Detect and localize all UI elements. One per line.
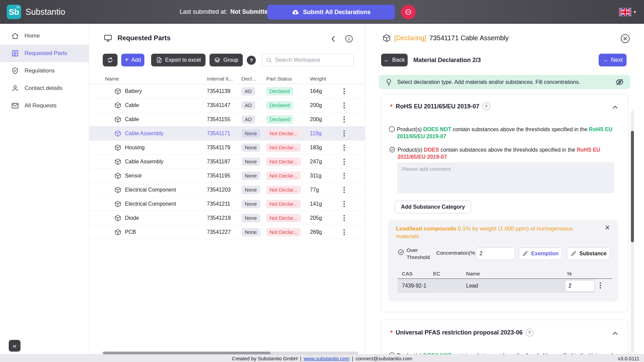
last-submitted: Last submitted at: Not Submitted	[180, 0, 272, 24]
table-row[interactable]: Cable Assembly 73541187 None Not Declar.…	[89, 155, 365, 169]
sidebar-item-label: Contact details	[25, 85, 62, 92]
add-part-button[interactable]: + Add	[121, 54, 144, 66]
regulation-help-icon[interactable]: ?	[526, 329, 534, 337]
sidebar: Home Requested Parts Regulations Contact…	[0, 24, 89, 354]
stop-submission-button[interactable]	[401, 5, 416, 19]
status-cell: Declared	[266, 115, 293, 123]
part-status-badge: Not Declar...	[266, 200, 301, 208]
envelope-icon	[11, 102, 19, 110]
part-weight: 77g	[310, 187, 319, 193]
collapse-card-button[interactable]	[611, 103, 619, 111]
back-button[interactable]: ← Back	[381, 54, 408, 66]
part-cube-icon	[382, 34, 391, 43]
substance-percent-input[interactable]	[565, 280, 595, 292]
footer-separator: |	[352, 356, 353, 361]
exemption-button[interactable]: Exemption	[519, 247, 562, 260]
option-emphasis: DOES	[424, 147, 439, 153]
column-header-internal-id[interactable]: Internal It...	[207, 76, 233, 82]
regulation-title: Universal PFAS restriction proposal 2023…	[396, 329, 522, 336]
row-menu-button[interactable]	[340, 129, 349, 138]
eye-off-icon[interactable]	[615, 77, 624, 87]
footer-website-link[interactable]: www.substantio.com	[304, 356, 350, 361]
last-submitted-value: Not Submitted	[230, 8, 272, 15]
declaration-cell: None	[241, 129, 260, 138]
table-row[interactable]: Cable 73541155 AD Declared 200g	[89, 112, 365, 126]
row-menu-button[interactable]	[340, 186, 349, 194]
part-name: Housing	[125, 145, 145, 151]
pfas-declaration-card: * Universal PFAS restriction proposal 20…	[381, 320, 628, 354]
collapse-card-button[interactable]	[611, 329, 619, 338]
table-row[interactable]: PCB 73541227 None Not Declar... 269g	[89, 225, 365, 239]
part-internal-id: 73541227	[207, 229, 231, 235]
column-header-name[interactable]: Name	[105, 76, 119, 82]
table-row[interactable]: Cable Assembly 73541171 None Not Declar.…	[89, 126, 365, 141]
option-does-contain[interactable]: Product(s) DOES contain substances above…	[389, 146, 615, 160]
add-substance-category-button[interactable]: Add Substance Category	[395, 201, 471, 213]
table-row[interactable]: Diode 73541219 None Not Declar... 205g	[89, 211, 365, 225]
comment-textarea[interactable]	[397, 162, 614, 193]
regulation-help-icon[interactable]: ?	[482, 103, 490, 110]
table-row[interactable]: Battery 73541139 AD Declared 164g	[89, 84, 365, 98]
sidebar-item-requested-parts[interactable]: Requested Parts	[0, 45, 89, 62]
sideb​ar-item-regulations[interactable]: Regulations	[0, 62, 89, 80]
radio-unchecked-icon[interactable]	[389, 126, 395, 132]
option-does-not-contain[interactable]: Product(s) DOES NOT contain substances a…	[389, 126, 614, 140]
substance-row-menu-button[interactable]	[600, 282, 601, 289]
row-menu-button[interactable]	[340, 214, 349, 222]
option-does-not-contain[interactable]: Product(s) DOES NOT contain substances a…	[389, 352, 614, 354]
status-cell: Not Declar...	[266, 129, 301, 138]
group-button[interactable]: Group	[210, 54, 243, 66]
row-menu-button[interactable]	[340, 200, 349, 208]
row-menu-button[interactable]	[340, 171, 349, 180]
part-cube-icon	[114, 186, 122, 194]
table-row[interactable]: Electrical Component 73541211 None Not D…	[89, 197, 365, 211]
row-menu-button[interactable]	[340, 87, 349, 96]
remove-category-button[interactable]: ×	[605, 223, 610, 232]
substance-row[interactable]: 7439-92-1 Lead	[398, 279, 595, 293]
language-selector[interactable]: ▾	[619, 0, 636, 24]
info-icon[interactable]	[344, 34, 354, 43]
vertical-scrollbar[interactable]	[631, 111, 634, 353]
table-row[interactable]: Cable 73541147 AD Declared 200g	[89, 98, 365, 112]
export-to-excel-button[interactable]: Export to excel	[151, 54, 205, 66]
submit-all-declarations-button[interactable]: Submit All Declarations	[267, 5, 395, 19]
substance-button[interactable]: Substance	[567, 247, 610, 260]
option-text-segment: Product(s)	[398, 147, 424, 153]
search-input[interactable]	[275, 57, 350, 63]
row-menu-button[interactable]	[340, 101, 349, 110]
part-status-badge: Not Declar...	[266, 143, 301, 152]
table-row[interactable]: Housing 73541179 None Not Declar... 183g	[89, 141, 365, 155]
over-threshold-check-icon[interactable]	[398, 249, 404, 256]
row-menu-button[interactable]	[340, 115, 349, 124]
sidebar-item-all-requests[interactable]: All Requests	[0, 97, 89, 114]
next-button[interactable]: → Next	[599, 54, 627, 66]
table-row[interactable]: Electrical Component 73541203 None Not D…	[89, 183, 365, 197]
back-arrow-icon: ←	[384, 57, 389, 63]
status-cell: Not Declar...	[266, 157, 301, 166]
row-menu-button[interactable]	[340, 143, 349, 152]
chevron-left-icon[interactable]	[329, 34, 338, 44]
hint-banner: Select declaration type. Add materials a…	[379, 75, 630, 89]
person-icon	[11, 84, 19, 92]
sidebar-collapse-button[interactable]: «	[9, 340, 20, 352]
close-panel-button[interactable]	[620, 33, 631, 44]
part-cube-icon	[114, 200, 122, 208]
footer: Created by Substantio GmbH | www.substan…	[0, 354, 644, 362]
sidebar-item-home[interactable]: Home	[0, 27, 89, 45]
column-header-weight[interactable]: Weight	[310, 76, 326, 82]
row-menu-button[interactable]	[340, 228, 349, 237]
column-header-declaration[interactable]: Decl...	[241, 76, 256, 82]
sidebar-item-contact-details[interactable]: Contact details	[0, 80, 89, 97]
brand: Sb 51 Substantio	[7, 5, 65, 19]
row-menu-button[interactable]	[340, 157, 349, 166]
table-row[interactable]: Sensor 73541195 None Not Declar... 311g	[89, 169, 365, 183]
vertical-scrollbar-thumb[interactable]	[631, 131, 634, 242]
part-name: Cable	[125, 116, 139, 122]
refresh-button[interactable]	[103, 54, 118, 66]
refresh-icon	[107, 57, 113, 63]
check-circle-icon[interactable]	[389, 146, 396, 153]
help-button[interactable]: ?	[247, 56, 256, 65]
concentration-input[interactable]	[476, 247, 515, 260]
column-header-part-status[interactable]: Part Status	[266, 76, 292, 82]
rohs-declaration-card: * RoHS EU 2011/65/EU 2019-07 ? Product(s…	[381, 94, 628, 312]
